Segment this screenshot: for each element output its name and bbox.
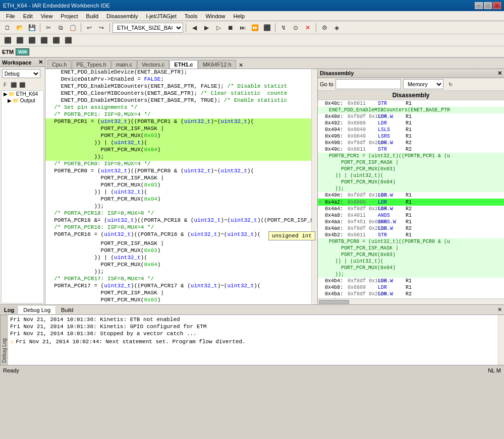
- debug-stop[interactable]: ✕: [302, 22, 313, 33]
- step-over[interactable]: ⬛: [2, 35, 13, 46]
- disassembly-panel-title: Disassembly: [320, 70, 354, 77]
- minimize-button[interactable]: ─: [475, 2, 483, 9]
- menu-tools[interactable]: Tools: [181, 12, 202, 20]
- menu-build[interactable]: Build: [82, 12, 102, 20]
- disasm-context-text: )) | (uint32_t)(: [325, 173, 383, 178]
- goto-input[interactable]: [335, 79, 401, 89]
- code-line-20: ));: [45, 203, 317, 210]
- tree-item-2[interactable]: ▶📁 Output: [2, 97, 43, 104]
- tab-main-c[interactable]: main.c: [111, 60, 137, 69]
- disasm-line: PORT_PCR_MUX(0x03): [318, 166, 504, 172]
- open-button[interactable]: 📂: [14, 22, 25, 33]
- ws-btn-2[interactable]: ⬛: [10, 81, 18, 89]
- debug-close-button[interactable]: ✕: [497, 306, 502, 313]
- debug-btn-3[interactable]: ⏭: [237, 22, 248, 33]
- menu-edit[interactable]: Edit: [19, 12, 37, 20]
- disasm-operands: R1: [406, 219, 412, 225]
- debug-btn-1[interactable]: ▷: [213, 22, 224, 33]
- close-button[interactable]: ✕: [493, 2, 501, 9]
- disasm-hscroll[interactable]: [318, 298, 504, 304]
- disasm-address: 0x48e:: [325, 114, 348, 119]
- disasm-context-text: PORT_PCR_ISF_MASK |: [325, 245, 399, 251]
- go-back-button[interactable]: ◀: [189, 22, 200, 33]
- disasm-instruction: LSRS: [378, 134, 406, 139]
- tab-close-button[interactable]: ✕: [239, 62, 243, 69]
- code-line-4: ENET_PDD_ClearMIBCounters(ENET_BASE_PTR)…: [45, 90, 317, 97]
- workspace-dropdown-row: Debug: [0, 67, 45, 80]
- workspace-close-icon[interactable]: ✕: [38, 59, 43, 66]
- disasm-arrow: [319, 166, 325, 172]
- save-button[interactable]: 💾: [26, 22, 37, 33]
- disasm-context-text: PORTB_PCR0 = (uint32_t)((PORTB_PCR0 & (u: [325, 239, 450, 244]
- copy-button[interactable]: ⧉: [55, 22, 66, 33]
- debug-btn-5[interactable]: ⬛: [261, 22, 272, 33]
- code-editor[interactable]: ENET_PDD_DisableDevice(ENET_BASE_PTR); D…: [45, 69, 317, 304]
- menu-help[interactable]: Help: [230, 12, 249, 20]
- code-line-32: PORT_PCR_ISF_MASK |: [45, 290, 317, 297]
- go-forward-button[interactable]: ▶: [201, 22, 212, 33]
- disasm-line: ));: [318, 185, 504, 192]
- run-cursor[interactable]: ⬛: [38, 35, 49, 46]
- disasm-operands: R2: [406, 147, 412, 152]
- menu-view[interactable]: View: [37, 12, 57, 20]
- menu-disassembly[interactable]: Disassembly: [102, 12, 142, 20]
- disasm-line: PORTB_PCR0 = (uint32_t)((PORTB_PCR0 & (u: [318, 238, 504, 245]
- status-ready: Ready: [3, 367, 488, 373]
- disasm-instruction: LDR.W: [378, 140, 406, 146]
- disasm-address: 0x498:: [325, 140, 348, 146]
- disasm-instruction: LDR.W: [378, 226, 406, 231]
- goto-label: Go to: [320, 81, 333, 87]
- menu-file[interactable]: File: [2, 12, 19, 20]
- disasm-bytes: 0x6809: [348, 285, 378, 290]
- new-button[interactable]: 🗋: [2, 22, 13, 33]
- tab-eth1-c[interactable]: ETH1.c: [170, 60, 197, 69]
- code-line-19: PORT_PCR_MUX(0x04): [45, 196, 317, 203]
- reset-btn[interactable]: ⬛: [63, 35, 74, 46]
- settings-btn[interactable]: ⚙: [319, 22, 330, 33]
- workspace-config-dropdown[interactable]: Debug: [2, 69, 40, 78]
- debug-btn-6[interactable]: ↯: [278, 22, 289, 33]
- task-dropdown[interactable]: ETH_TASK_SIZE_BACKGROU...: [113, 23, 183, 33]
- disasm-bytes: 0x6809: [348, 200, 378, 205]
- step-out[interactable]: ⬛: [26, 35, 37, 46]
- separator-6: [316, 23, 316, 32]
- disasm-bytes: 0x0849: [348, 134, 378, 139]
- disasm-bytes: 0x6011: [348, 101, 378, 106]
- etm-badge[interactable]: WW: [16, 48, 29, 55]
- tab-pe-types[interactable]: PE_Types.h: [72, 60, 110, 69]
- debug-btn-4[interactable]: ⏩: [249, 22, 260, 33]
- debug-scrollbar[interactable]: [498, 315, 504, 365]
- break-btn[interactable]: ⬛: [50, 35, 62, 46]
- menu-project[interactable]: Project: [57, 12, 82, 20]
- maximize-button[interactable]: □: [484, 2, 492, 9]
- debug-log-vert-label[interactable]: Debug Log: [0, 315, 8, 365]
- cut-button[interactable]: ✂: [43, 22, 54, 33]
- disasm-arrow-icon: [319, 232, 325, 238]
- code-line-3: ENET_PDD_EnableMIBCounters(ENET_BASE_PTR…: [45, 83, 317, 90]
- menu-ijet[interactable]: I-jet/JTAGjet: [142, 12, 180, 20]
- redo-button[interactable]: ↪: [96, 22, 107, 33]
- chip-btn[interactable]: ◈: [331, 22, 342, 33]
- tree-item-1[interactable]: ▶📁 ETH_K64: [2, 91, 43, 97]
- tab-vectors-c[interactable]: Vectors.c: [137, 60, 169, 69]
- disasm-address: 0x4aa:: [325, 219, 348, 225]
- disasm-hscroll-thumb[interactable]: [319, 300, 349, 304]
- debug-tab-debuglog[interactable]: Debug Log: [18, 306, 56, 314]
- editor-scrollbar[interactable]: [311, 69, 317, 304]
- disasm-instruction: STR: [378, 147, 406, 152]
- undo-button[interactable]: ↩: [84, 22, 95, 33]
- ws-btn-1[interactable]: F: [1, 81, 9, 89]
- tab-mk64f12[interactable]: MK64F12.h: [198, 60, 236, 69]
- debug-btn-2[interactable]: ⏹: [225, 22, 236, 33]
- tab-cpu-h[interactable]: Cpu.h: [47, 60, 71, 69]
- debug-tab-build[interactable]: Build: [56, 306, 79, 314]
- step-into[interactable]: ⬛: [14, 35, 25, 46]
- debug-btn-7[interactable]: ⊙: [290, 22, 301, 33]
- disasm-address: 0x4ae:: [325, 226, 348, 231]
- ws-btn-3[interactable]: ⬛: [18, 81, 26, 89]
- disassembly-close-icon[interactable]: ✕: [497, 70, 502, 77]
- memory-dropdown[interactable]: Memory: [403, 79, 443, 89]
- disasm-refresh-button[interactable]: ↻: [445, 79, 456, 89]
- paste-button[interactable]: 📋: [67, 22, 78, 33]
- menu-window[interactable]: Window: [201, 12, 229, 20]
